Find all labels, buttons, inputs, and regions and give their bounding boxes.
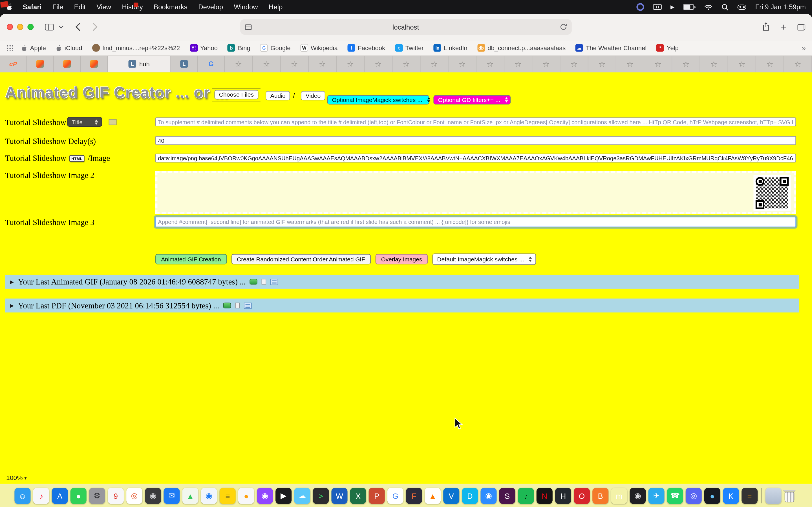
spotlight-search-icon[interactable] [721, 3, 729, 11]
dock-app-word[interactable]: W [332, 488, 348, 504]
extension-badge-icon[interactable] [637, 3, 644, 11]
menu-help[interactable]: Help [269, 3, 283, 11]
bookmark-yelp[interactable]: *Yelp [656, 44, 679, 52]
dock-app-maps[interactable]: ▲ [183, 488, 199, 504]
dock-app-blender[interactable]: B [592, 488, 608, 504]
tab-star[interactable]: ☆ [393, 56, 420, 72]
tab-star[interactable]: ☆ [700, 56, 728, 72]
dock-app-notes[interactable]: ≡ [220, 488, 236, 504]
last-pdf-section[interactable]: ▶ Your Last PDF (November 03 2021 06:14:… [5, 298, 799, 313]
tab-star[interactable]: ☆ [337, 56, 364, 72]
title-config-input[interactable] [155, 117, 796, 126]
edit-icon[interactable] [271, 279, 278, 285]
title-select[interactable]: Title [67, 117, 102, 127]
address-bar[interactable]: localhost [240, 19, 572, 35]
bookmark-db-connect-p-aaasaaafaas[interactable]: dbdb_connect.p...aaasaaafaas [477, 44, 566, 52]
dock-app-docker[interactable]: D [462, 488, 478, 504]
tab-star[interactable]: ☆ [253, 56, 281, 72]
overlay-images-button[interactable]: Overlay Images [375, 254, 428, 265]
tab-star[interactable]: ☆ [225, 56, 253, 72]
dock-app-whatsapp[interactable]: ☎ [667, 488, 683, 504]
dock-app-terminal[interactable]: > [313, 488, 329, 504]
now-playing-icon[interactable]: ▶ [670, 4, 674, 10]
bookmark-facebook[interactable]: fFacebook [348, 44, 386, 52]
zoom-window-button[interactable] [28, 24, 34, 30]
video-button[interactable]: Video [301, 91, 325, 100]
image3-input[interactable] [155, 217, 796, 227]
dock-app-finder[interactable]: ☺ [14, 488, 31, 504]
tab-star[interactable]: ☆ [449, 56, 476, 72]
dock-app-tv[interactable]: ▶ [275, 488, 292, 504]
minimize-window-button[interactable] [17, 24, 23, 30]
tab-huh[interactable]: Lhuh [108, 56, 171, 72]
tab-pinned-img[interactable] [54, 56, 81, 72]
bookmarks-overflow-chevron[interactable]: » [797, 44, 806, 52]
dock-app-opera[interactable]: O [574, 488, 590, 504]
tab-group-chevron-icon[interactable] [59, 25, 64, 29]
disclosure-triangle-icon[interactable]: ▶ [10, 302, 14, 308]
bookmark-yahoo[interactable]: Y!Yahoo [190, 44, 218, 52]
dock-app-reminders[interactable]: ● [238, 488, 254, 504]
dock-app-safari[interactable]: ◉ [201, 488, 217, 504]
dock-app-netflix[interactable]: N [537, 488, 553, 504]
new-tab-icon[interactable]: + [781, 22, 786, 32]
tab-star[interactable]: ☆ [309, 56, 337, 72]
dock-app-zoom[interactable]: ◉ [480, 488, 497, 504]
file-input[interactable]: Choose Files [212, 88, 260, 101]
tab-pinned-img[interactable] [81, 56, 108, 72]
tab-favicon[interactable]: L [171, 56, 198, 72]
imagemagick-switches-select[interactable]: Optional ImageMagick switches ... [327, 95, 429, 105]
bookmark-find-minus-rep-22s-22[interactable]: find_minus....rep+%22s%22 [92, 44, 180, 52]
animated-gif-creation-button[interactable]: Animated GIF Creation [155, 254, 227, 265]
tab-pinned[interactable]: cP [0, 56, 27, 72]
keyboard-input-icon[interactable] [653, 4, 662, 10]
dock-app-discord[interactable]: ◎ [686, 488, 702, 504]
edit-icon[interactable] [244, 302, 252, 309]
bookmark-apple[interactable]: Apple [21, 44, 46, 52]
tab-star[interactable]: ☆ [281, 56, 309, 72]
dock-app-calculator[interactable]: = [742, 488, 758, 504]
dock-app-mail[interactable]: ✉ [163, 488, 180, 504]
dock-app-podcasts[interactable]: ◉ [257, 488, 273, 504]
tab-pinned-img[interactable] [27, 56, 54, 72]
dock-app-weather-app[interactable]: ☁ [294, 488, 310, 504]
last-animated-gif-section[interactable]: ▶ Your Last Animated GIF (January 08 202… [5, 275, 799, 289]
dock-app-slack[interactable]: S [499, 488, 515, 504]
delay-input[interactable] [155, 136, 796, 145]
menu-develop[interactable]: Develop [198, 3, 223, 11]
battery-icon[interactable] [683, 4, 694, 10]
html-image-input[interactable] [155, 154, 796, 163]
dock-app-powerpoint[interactable]: P [369, 488, 385, 504]
gif-icon[interactable] [223, 302, 231, 308]
tab-star[interactable]: ☆ [532, 56, 560, 72]
dock-app-messages[interactable]: ● [70, 488, 87, 504]
bookmark-linkedin[interactable]: inLinkedIn [434, 44, 467, 52]
tab-star[interactable]: ☆ [420, 56, 448, 72]
dock-app-chrome[interactable]: G [388, 488, 403, 504]
dock-app-app-store[interactable]: A [52, 488, 68, 504]
tab-star[interactable]: ☆ [784, 56, 812, 72]
page-icon[interactable] [245, 24, 252, 30]
menu-clock[interactable]: Fri 9 Jan 1:59pm [755, 3, 806, 11]
tab-star[interactable]: ☆ [364, 56, 393, 72]
dock-app-github[interactable]: H [555, 488, 571, 504]
close-window-button[interactable] [7, 24, 13, 30]
dock-app-telegram[interactable]: ✈ [649, 488, 665, 504]
menu-file[interactable]: File [52, 3, 63, 11]
dock-app-calendar[interactable]: 9 [108, 488, 124, 504]
dock-app-spotify[interactable]: ♪ [518, 488, 534, 504]
downloads-folder-icon[interactable] [765, 488, 781, 504]
doc-icon[interactable] [235, 302, 240, 308]
gd-filters-select[interactable]: Optional GD filters++ ... [434, 95, 511, 105]
bookmark-wikipedia[interactable]: WWikipedia [300, 44, 338, 52]
menu-edit[interactable]: Edit [74, 3, 86, 11]
menu-view[interactable]: View [97, 3, 111, 11]
choose-files-button[interactable]: Choose Files [214, 90, 258, 100]
bookmark-the-weather-channel[interactable]: ☁The Weather Channel [575, 44, 647, 52]
share-icon[interactable] [762, 22, 770, 32]
default-imagemagick-select[interactable]: Default ImageMagick switches ... [433, 253, 536, 265]
dock-app-excel[interactable]: X [350, 488, 366, 504]
tab-star[interactable]: ☆ [476, 56, 504, 72]
trash-icon[interactable] [781, 488, 798, 504]
tab-star[interactable]: ☆ [589, 56, 616, 72]
